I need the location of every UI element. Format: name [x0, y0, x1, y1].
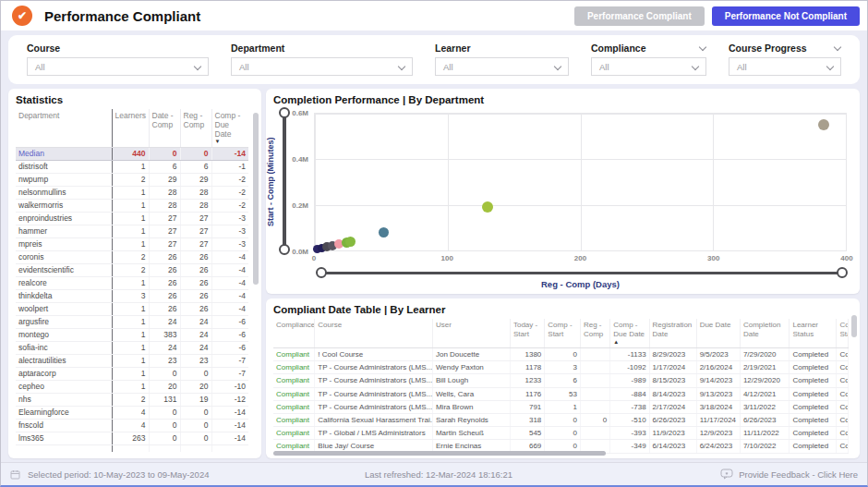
x-slider-handle-right[interactable]	[837, 267, 848, 278]
table-cell	[580, 427, 609, 440]
column-header-label: Reg - Comp	[584, 321, 603, 338]
table-cell: Completed	[837, 427, 849, 440]
column-header[interactable]: Registration Date	[649, 319, 696, 348]
table-cell: 26	[149, 264, 180, 277]
table-cell: 26	[149, 303, 180, 316]
compliant-row[interactable]: CompliantCalifornia Sexual Harassment Tr…	[273, 413, 849, 426]
column-header[interactable]: Course Status	[837, 319, 849, 348]
column-header[interactable]: Reg - Comp	[580, 319, 609, 348]
stats-row[interactable]: nhs213119-12	[16, 394, 248, 407]
column-header[interactable]: Learners	[112, 109, 149, 148]
stats-row[interactable]: realcore12626-4	[16, 277, 248, 290]
table-cell: 6/26/2023	[740, 413, 790, 426]
scatter-point[interactable]	[482, 201, 493, 213]
stats-row[interactable]: thinkdelta32626-4	[16, 290, 248, 303]
stats-row[interactable]: aptaracorp100-7	[16, 368, 248, 381]
column-header[interactable]: Reg - Comp	[180, 109, 211, 148]
stats-row[interactable]: Elearningforce400-14	[16, 407, 248, 420]
stats-row[interactable]: walkermorris12828-2	[16, 200, 248, 213]
stats-row[interactable]: sofia-inc12424-6	[16, 342, 248, 355]
compliant-row[interactable]: CompliantTP - Course Administrators (LMS…	[273, 387, 849, 400]
column-header[interactable]: Today - Start	[510, 319, 544, 348]
stats-row[interactable]: evidentscientific22626-4	[16, 264, 248, 277]
stats-row[interactable]: argusfire12424-6	[16, 316, 248, 329]
y-axis-tick-label: 0.0M	[292, 248, 308, 256]
table-cell: realcore	[16, 277, 112, 290]
performance-compliant-button[interactable]: Performance Compliant	[574, 6, 705, 26]
stats-row[interactable]: distrisoft166-1	[16, 161, 248, 174]
column-header[interactable]: Comp - Due Date▲	[610, 319, 649, 348]
compliance-dropdown[interactable]: All	[591, 57, 706, 76]
course-progress-dropdown[interactable]: All	[729, 57, 841, 76]
main-content: Statistics DepartmentLearnersDate - Comp…	[1, 87, 867, 462]
stats-row-partial	[16, 445, 248, 452]
filter-course-progress-label: Course Progress	[729, 43, 807, 54]
statistics-header-row: DepartmentLearnersDate - CompReg - CompC…	[16, 109, 248, 148]
column-header-label: Due Date	[700, 321, 731, 329]
stats-row[interactable]: cepheo12020-10	[16, 381, 248, 394]
table-cell: Compliant	[273, 374, 315, 387]
stats-median-row[interactable]: Median44000-14	[16, 148, 248, 161]
compliant-row[interactable]: Compliant! Cool CourseJon Doucette13800-…	[273, 348, 849, 361]
compliant-vertical-scrollbar[interactable]	[851, 315, 857, 337]
table-cell: TP - Course Administrators (LMS...	[315, 400, 433, 413]
column-header[interactable]: Department	[16, 109, 112, 148]
table-cell: Completed	[790, 387, 837, 400]
table-cell: 24	[180, 316, 211, 329]
column-header-label: Learners	[115, 111, 147, 120]
table-cell: Completed	[837, 413, 849, 426]
chevron-down-icon	[692, 64, 699, 71]
compliant-row[interactable]: CompliantTP - Course Administrators (LMS…	[273, 400, 849, 413]
table-cell: Completed	[790, 440, 837, 453]
stats-row[interactable]: alectrautilities12323-7	[16, 355, 248, 368]
column-header[interactable]: User	[432, 319, 510, 348]
column-header[interactable]: Due Date	[696, 319, 740, 348]
stats-row[interactable]: mpreis12727-3	[16, 238, 248, 251]
column-header[interactable]: Comp - Start	[545, 319, 581, 348]
column-header-label: Reg - Comp	[184, 111, 205, 129]
department-dropdown[interactable]: All	[231, 57, 413, 76]
compliant-horizontal-scrollbar[interactable]	[273, 451, 606, 456]
column-header[interactable]: Learner Status	[790, 319, 837, 348]
table-cell: 8/14/2023	[649, 387, 696, 400]
performance-not-compliant-button[interactable]: Performance Not Compliant	[712, 6, 860, 26]
x-slider-handle-left[interactable]	[316, 267, 327, 278]
compliant-row[interactable]: CompliantTP - Course Administrators (LMS…	[273, 361, 849, 374]
stats-row[interactable]: woolpert12626-4	[16, 303, 248, 316]
scatter-point[interactable]	[379, 227, 389, 237]
scatter-point[interactable]	[818, 119, 829, 130]
stats-row[interactable]: enproindustries12727-3	[16, 213, 248, 225]
column-header[interactable]: Date - Comp	[149, 109, 180, 148]
stats-row[interactable]: nelsonmullins12828-2	[16, 187, 248, 200]
scatter-point[interactable]	[345, 237, 356, 247]
column-header[interactable]: Course	[315, 319, 433, 348]
learner-dropdown[interactable]: All	[435, 57, 569, 76]
table-cell: 3	[545, 361, 581, 374]
feedback-link[interactable]: Provide Feedback - Click Here	[720, 469, 858, 480]
stats-row[interactable]: coronis22626-4	[16, 251, 248, 264]
stats-row[interactable]: montego138324-6	[16, 329, 248, 342]
chevron-down-icon[interactable]	[834, 44, 841, 52]
table-cell: Completed	[790, 427, 837, 440]
column-header-label: Compliance	[276, 321, 315, 329]
table-cell: -14	[211, 148, 248, 161]
table-cell: lms365	[16, 432, 112, 445]
compliant-row[interactable]: CompliantTP - Course Administrators (LMS…	[273, 374, 849, 387]
chevron-down-icon[interactable]	[699, 44, 706, 52]
stats-row[interactable]: nwpump22929-2	[16, 174, 248, 187]
course-dropdown[interactable]: All	[27, 57, 209, 76]
compliant-row[interactable]: CompliantTP - Global / LMS Administrator…	[273, 427, 849, 440]
table-cell: -3	[211, 213, 248, 225]
stats-row[interactable]: lms36526300-14	[16, 432, 248, 445]
table-cell: 1	[545, 400, 581, 413]
stats-row[interactable]: fnscold400-14	[16, 420, 248, 432]
statistics-vertical-scrollbar[interactable]	[253, 113, 259, 285]
stats-row[interactable]: hammer12727-3	[16, 225, 248, 238]
column-header[interactable]: Comp - Due Date▼	[211, 109, 248, 148]
table-cell: 0	[180, 420, 211, 432]
x-slider-track	[323, 272, 840, 275]
x-axis-tick-label: 0	[312, 254, 316, 262]
column-header[interactable]: Compliance	[273, 319, 315, 348]
gridline-vertical	[581, 114, 582, 250]
column-header[interactable]: Completion Date	[740, 319, 790, 348]
